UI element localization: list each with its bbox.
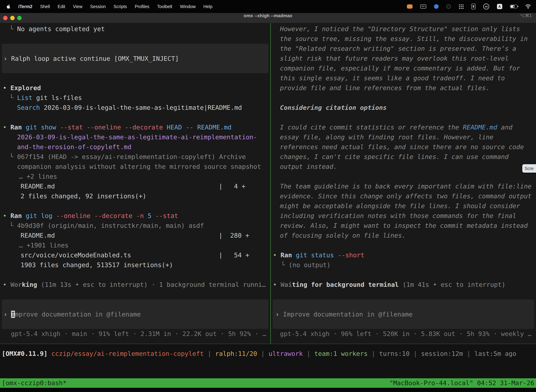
menu-toolbelt[interactable]: Toolbelt bbox=[157, 4, 172, 9]
battery-icon[interactable] bbox=[510, 5, 517, 9]
ran-git-status-line: • Ran git status --short bbox=[271, 250, 536, 260]
menu-scripts[interactable]: Scripts bbox=[114, 4, 127, 9]
thinking-line: of focusing solely on file lines. bbox=[271, 231, 536, 240]
thinking-line: evidence. Since this change only affects… bbox=[271, 191, 536, 201]
thinking-line: output instead. bbox=[271, 162, 536, 172]
diffstat-summary: 2 files changed, 92 insertions(+) bbox=[0, 191, 270, 201]
thinking-line: the "Related research writing" section i… bbox=[271, 44, 536, 54]
wifi-icon[interactable] bbox=[525, 4, 531, 9]
right-pane: However, I noticed the "Directory Struct… bbox=[271, 23, 536, 344]
screen-share-badge[interactable]: Scre bbox=[522, 164, 536, 173]
menu-view[interactable]: View bbox=[73, 4, 82, 9]
thinking-line: this single essay, it seems like a good … bbox=[271, 73, 536, 83]
thinking-line: might be acceptable alongside the file l… bbox=[271, 201, 536, 211]
omx-ralph-counter: ralph:11/20 bbox=[215, 350, 257, 357]
thinking-line: slight risk that future readers may over… bbox=[271, 54, 536, 63]
window-shortcut-hint: ⌥⌘1 bbox=[520, 13, 532, 18]
command-arg-filename: 2026-03-09-is-legal-the-same-as-legitima… bbox=[0, 132, 270, 142]
tmux-session-window: [omx-cczip0:bash* bbox=[2, 378, 67, 388]
thinking-heading: Considering citation options bbox=[271, 103, 536, 112]
inject-banner: › Ralph loop active continue [OMX_TMUX_I… bbox=[2, 44, 268, 73]
thinking-line: provide file and line references from th… bbox=[271, 83, 536, 93]
model-status-line: gpt-5.4 xhigh · main · 91% left · 2.31M … bbox=[0, 329, 270, 339]
app-grid-icon[interactable] bbox=[459, 4, 464, 9]
window-title: omx --xhigh --madmax bbox=[0, 13, 536, 19]
apple-menu-icon[interactable] bbox=[6, 4, 10, 9]
diffstat-summary: 1903 files changed, 513517 insertions(+) bbox=[0, 260, 270, 270]
readme-link: README.md bbox=[463, 124, 497, 131]
menu-profiles[interactable]: Profiles bbox=[135, 4, 149, 9]
desktop: iTerm2 Shell Edit View Session Scripts P… bbox=[0, 0, 536, 392]
command-arg-filename: and-the-erosion-of-copyleft.md bbox=[0, 142, 270, 152]
model-status-line: gpt-5.4 xhigh · 96% left · 520K in · 5.8… bbox=[271, 329, 536, 339]
gauge-icon[interactable]: .61 bbox=[483, 4, 489, 9]
thinking-line: However, I noticed the "Directory Struct… bbox=[271, 24, 536, 34]
ran-git-log-line: • Ran git log --oneline --decorate -n 5 … bbox=[0, 211, 270, 221]
left-pane: └ No agents completed yet › Ralph loop a… bbox=[0, 23, 270, 344]
menu-iterm2[interactable]: iTerm2 bbox=[18, 4, 32, 9]
bottom-gap bbox=[0, 388, 536, 392]
omx-team: team:1 workers bbox=[314, 350, 368, 357]
agent-status-line: └ No agents completed yet bbox=[0, 24, 270, 34]
blue-app-icon[interactable] bbox=[434, 4, 439, 9]
menu-bar: iTerm2 Shell Edit View Session Scripts P… bbox=[0, 0, 536, 13]
command-output: └ 4b9d30f (origin/main, instructkr/main,… bbox=[0, 221, 270, 231]
thinking-line: I could cite commit statistics or refere… bbox=[271, 122, 536, 132]
omx-worktree-path: cczip/essay/ai-reimplementation-copyleft bbox=[51, 350, 204, 357]
diffstat-line: README.md | 280 + bbox=[0, 231, 270, 240]
thinking-line: including verification notes with those … bbox=[271, 211, 536, 221]
terminal: └ No agents completed yet › Ralph loop a… bbox=[0, 23, 536, 392]
omx-last-activity: last:5m ago bbox=[474, 350, 516, 357]
command-output: └ (no output) bbox=[271, 260, 536, 270]
omx-version: [OMX#0.11.9] bbox=[2, 350, 51, 357]
thinking-line: essay file, along with finding root file… bbox=[271, 132, 536, 142]
menu-help[interactable]: Help bbox=[203, 4, 212, 9]
diffstat-line: README.md | 4 + bbox=[0, 182, 270, 191]
thinking-line: references need actual files, and since … bbox=[271, 142, 536, 152]
ran-git-show-line: • Ran git show --stat --oneline --decora… bbox=[0, 122, 270, 132]
thinking-line: The team guideline is to back every impo… bbox=[271, 182, 536, 191]
window-title-bar[interactable]: omx --xhigh --madmax ⌥⌘1 bbox=[0, 13, 536, 23]
input-source-icon[interactable]: A bbox=[497, 4, 502, 9]
menu-session[interactable]: Session bbox=[90, 4, 106, 9]
thinking-line: review. Also, I might want to inspect th… bbox=[271, 221, 536, 231]
keyboard-icon[interactable] bbox=[420, 5, 426, 9]
command-output-more: … +1901 lines bbox=[0, 240, 270, 250]
menu-window[interactable]: Window bbox=[180, 4, 196, 9]
thinking-line: companion file, especially if more comme… bbox=[271, 63, 536, 73]
omx-session: session:12m bbox=[421, 350, 463, 357]
command-output: └ 067f154 (HEAD -> essay/ai-reimplementa… bbox=[0, 152, 270, 162]
working-status-line: • Working (11m 13s • esc to interrupt) ·… bbox=[0, 280, 270, 289]
omx-mode: ultrawork bbox=[268, 350, 303, 357]
prompt-input[interactable]: › Improve documentation in @filename bbox=[2, 299, 268, 329]
omx-status-line: [OMX#0.11.9] cczip/essay/ai-reimplementa… bbox=[0, 349, 536, 359]
explored-item-list: └ List git ls-files bbox=[0, 93, 270, 103]
command-output: companion analysis without altering the … bbox=[0, 162, 270, 172]
command-output-more: … +2 lines bbox=[0, 172, 270, 182]
recording-indicator-icon[interactable] bbox=[407, 5, 412, 9]
prompt-input[interactable]: › Improve documentation in @filename bbox=[273, 299, 534, 329]
menu-shell[interactable]: Shell bbox=[40, 4, 50, 9]
thinking-line: changes, I can't cite specific file line… bbox=[271, 152, 536, 162]
status-zone: [OMX#0.11.9] cczip/essay/ai-reimplementa… bbox=[0, 344, 536, 392]
text-cursor: I bbox=[11, 311, 15, 318]
tmux-status-bar: [omx-cczip0:bash* "MacBook-Pro-44.local"… bbox=[0, 378, 536, 388]
tmux-host-clock: "MacBook-Pro-44.local" 04:52 31-Mar-26 bbox=[389, 378, 534, 388]
dark-app-icon[interactable] bbox=[446, 4, 451, 9]
omx-turns: turns:10 bbox=[379, 350, 410, 357]
waiting-status-line: • Waiting for background terminal (1m 41… bbox=[271, 280, 536, 289]
menu-edit[interactable]: Edit bbox=[58, 4, 65, 9]
diffstat-line: src/voice/voiceModeEnabled.ts | 54 + bbox=[0, 250, 270, 260]
key-icon[interactable]: 8 bbox=[471, 4, 475, 9]
explored-item-search: Search 2026-03-09-is-legal-the-same-as-l… bbox=[0, 103, 270, 112]
thinking-line: the source tree, missing the essay. Stil… bbox=[271, 34, 536, 44]
explored-header: • Explored bbox=[0, 83, 270, 93]
